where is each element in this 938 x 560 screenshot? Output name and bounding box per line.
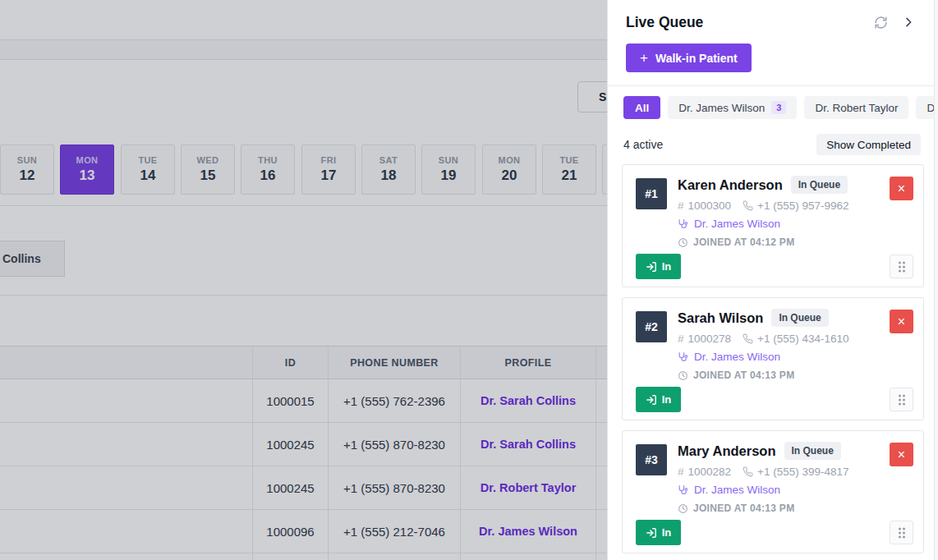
filter-count-badge: 3 [771,101,786,114]
card-actions-menu-button[interactable] [890,388,913,411]
queue-position-badge: #1 [636,178,667,209]
screen: SL SUN12 MON13 TUE14 WED15 THU16 FRI17 S… [0,0,938,560]
queue-position-badge: #3 [636,444,667,475]
queue-card-body: Sarah Wilson In Queue #1000278 +1 (555) … [678,309,885,381]
hash-icon: # [678,466,684,478]
queue-status-row: 4 active Show Completed [623,134,921,155]
status-badge: In Queue [791,176,848,194]
log-in-icon [646,394,657,406]
status-badge: In Queue [784,442,841,460]
filter-chip-all[interactable]: All [623,96,660,119]
status-badge: In Queue [771,309,828,327]
filter-chip-label: Dr. James Wilson [678,102,765,114]
filter-chip-label: Dr. Sar [927,102,934,114]
check-in-button[interactable]: In [636,520,681,545]
active-count: 4 active [623,138,663,151]
filter-chip-sarah-collins[interactable]: Dr. Sar [916,96,934,119]
hash-icon: # [678,333,684,345]
patient-id: 1000282 [688,466,732,478]
filter-chip-label: All [635,102,649,114]
queue-card: #2 × Sarah Wilson In Queue #1000278 +1 (… [622,297,924,420]
panel-title: Live Queue [626,14,874,31]
phone-icon [743,200,753,211]
patient-name: Sarah Wilson [678,310,763,326]
clock-icon [678,370,688,381]
stethoscope-icon [678,484,688,495]
clock-icon [678,237,688,248]
remove-from-queue-button[interactable]: × [890,310,913,333]
filter-chip-label: Dr. Robert Taylor [815,102,898,114]
panel-scrollbar[interactable] [934,0,938,560]
joined-at-label: JOINED AT 04:13 PM [693,503,794,514]
stethoscope-icon [678,218,688,229]
card-actions-menu-button[interactable] [890,255,913,278]
refresh-button[interactable] [874,16,888,30]
hash-icon: # [678,200,684,212]
check-in-label: In [662,526,672,539]
filter-chip-robert-taylor[interactable]: Dr. Robert Taylor [804,96,908,119]
check-in-button[interactable]: In [636,387,681,412]
phone-icon [743,333,753,344]
close-icon: × [898,182,905,195]
stethoscope-icon [678,351,688,362]
close-icon: × [898,448,905,461]
check-in-label: In [662,393,672,406]
queue-card: #1 × Karen Anderson In Queue #1000300 +1… [622,164,924,287]
remove-from-queue-button[interactable]: × [890,443,913,466]
patient-id: 1000300 [688,200,732,212]
phone-icon [743,466,753,477]
check-in-button[interactable]: In [636,254,681,279]
filter-chip-james-wilson[interactable]: Dr. James Wilson 3 [668,96,797,119]
drag-dots-icon [897,260,907,273]
queue-card-body: Mary Anderson In Queue #1000282 +1 (555)… [678,442,885,514]
queue-card: #3 × Mary Anderson In Queue #1000282 +1 … [622,430,924,553]
refresh-icon [874,16,888,30]
divider [608,85,938,86]
walk-in-patient-label: Walk-in Patient [655,52,738,65]
show-completed-button[interactable]: Show Completed [816,134,921,155]
joined-at-label: JOINED AT 04:12 PM [693,236,794,248]
log-in-icon [646,527,657,539]
clock-icon [678,503,688,514]
queue-card-body: Karen Anderson In Queue #1000300 +1 (555… [678,176,885,248]
collapse-panel-button[interactable] [902,16,915,29]
drag-dots-icon [897,526,907,539]
patient-phone: +1 (555) 434-1610 [757,333,848,345]
patient-name: Mary Anderson [678,443,776,459]
card-actions-menu-button[interactable] [890,521,913,544]
patient-name: Karen Anderson [678,177,783,193]
queue-position-badge: #2 [636,311,667,342]
chevron-right-icon [902,16,915,29]
remove-from-queue-button[interactable]: × [890,177,913,200]
assigned-doctor-link[interactable]: Dr. James Wilson [694,218,780,230]
queue-list: #1 × Karen Anderson In Queue #1000300 +1… [622,164,924,553]
check-in-label: In [662,260,672,273]
log-in-icon [646,261,657,273]
panel-header: Live Queue [626,11,915,33]
plus-icon: + [640,51,648,65]
walk-in-patient-button[interactable]: + Walk-in Patient [626,44,752,72]
joined-at-label: JOINED AT 04:13 PM [693,370,794,381]
patient-id: 1000278 [688,333,732,345]
doctor-filter-bar: All Dr. James Wilson 3 Dr. Robert Taylor… [623,96,934,119]
assigned-doctor-link[interactable]: Dr. James Wilson [694,351,780,363]
patient-phone: +1 (555) 399-4817 [757,466,848,478]
patient-phone: +1 (555) 957-9962 [757,200,848,212]
close-icon: × [898,315,905,328]
drag-dots-icon [897,393,907,406]
live-queue-panel: Live Queue + Walk-in Patient [607,0,938,560]
assigned-doctor-link[interactable]: Dr. James Wilson [694,484,780,496]
